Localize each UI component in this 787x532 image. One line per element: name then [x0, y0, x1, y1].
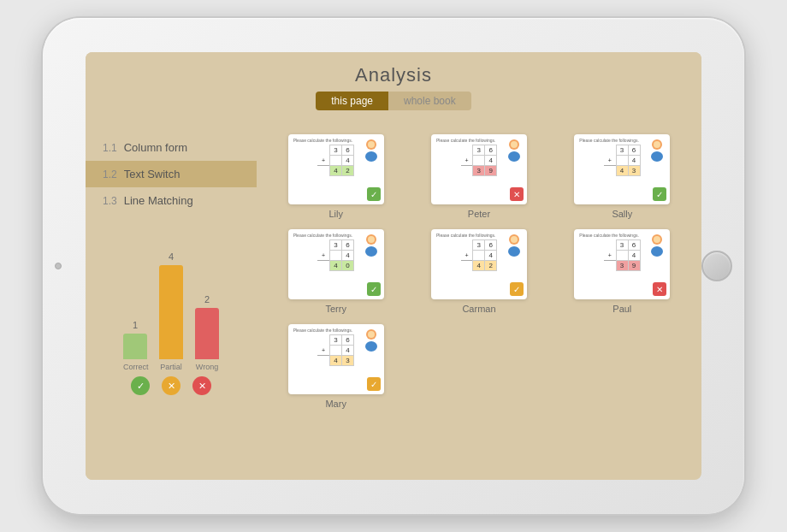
- sidebar-item-column-form[interactable]: 1.1 Column form: [86, 134, 257, 161]
- ws-badge: ✕: [510, 187, 524, 201]
- ws-result-cell: 3: [616, 261, 628, 271]
- ws-result-cell: 2: [341, 166, 353, 176]
- bar-wrong-value: 2: [204, 294, 210, 304]
- svg-point-13: [508, 246, 520, 257]
- ws-operator-result: [317, 356, 329, 366]
- filter-wrong-button[interactable]: ✕: [192, 376, 211, 395]
- svg-point-11: [368, 236, 375, 243]
- student-avatar: [505, 138, 524, 160]
- tab-whole-book[interactable]: whole book: [388, 92, 471, 110]
- bar-correct-rect: [123, 334, 147, 359]
- ws-cell: [329, 156, 341, 166]
- ws-cell: 4: [341, 346, 353, 356]
- ws-plus: +: [604, 156, 616, 166]
- ws-cell: 3: [616, 145, 628, 156]
- ws-cell: 3: [473, 240, 485, 251]
- tab-this-page[interactable]: this page: [316, 92, 388, 110]
- ws-cell: [616, 251, 628, 261]
- bar-correct-value: 1: [133, 320, 138, 330]
- ws-operator: [317, 145, 329, 156]
- ws-table: 3 6 + 4 4 3: [604, 145, 641, 176]
- ws-plus: +: [317, 346, 329, 356]
- student-name: Terry: [325, 304, 346, 314]
- student-name: Mary: [325, 399, 346, 409]
- student-card[interactable]: Please calculate the followings. 3 6 + 4: [556, 134, 689, 219]
- ws-plus: +: [604, 251, 616, 261]
- sidebar-label-1: Column form: [124, 141, 187, 154]
- ws-cell: 4: [628, 156, 640, 166]
- ws-table: 3 6 + 4 4 2: [317, 145, 354, 176]
- tab-bar: this page whole book: [86, 92, 701, 110]
- ws-operator-result: [461, 261, 473, 271]
- sidebar-num-2: 1.2: [103, 168, 117, 180]
- student-name: Sally: [612, 209, 632, 219]
- student-avatar: [648, 233, 666, 255]
- student-worksheet[interactable]: Please calculate the followings. 3 6 + 4: [574, 134, 670, 204]
- ws-result-cell: 3: [341, 356, 353, 366]
- ws-operator: [604, 145, 616, 156]
- student-card[interactable]: Please calculate the followings. 3 6 + 4: [412, 229, 545, 314]
- ws-plus: +: [317, 156, 329, 166]
- ws-badge: ✓: [653, 187, 666, 201]
- ws-result-cell: 4: [329, 166, 341, 176]
- ws-badge: ✓: [367, 187, 381, 201]
- student-card[interactable]: Please calculate the followings. 3 6 + 4: [556, 229, 689, 314]
- student-avatar: [362, 328, 381, 350]
- chart-area: 1 4 2 Correct Pa: [86, 239, 257, 438]
- ws-result-cell: 4: [473, 261, 485, 271]
- student-card[interactable]: Please calculate the followings. 3 6 + 4: [269, 324, 402, 409]
- student-avatar: [362, 138, 381, 160]
- bar-correct: 1: [123, 320, 147, 359]
- student-worksheet[interactable]: Please calculate the followings. 3 6 + 4: [288, 324, 384, 394]
- screen-body: 1.1 Column form 1.2 Text Switch 1.3 Line…: [86, 126, 701, 480]
- sidebar-label-2: Text Switch: [124, 168, 180, 180]
- sidebar-item-text-switch[interactable]: 1.2 Text Switch: [86, 161, 257, 187]
- ws-cell: 6: [628, 145, 640, 156]
- screen-header: Analysis this page whole book: [86, 52, 701, 126]
- student-worksheet[interactable]: Please calculate the followings. 3 6 + 4: [288, 134, 384, 204]
- student-card[interactable]: Please calculate the followings. 3 6 + 4: [412, 134, 545, 219]
- tablet: Analysis this page whole book 1.1 Column…: [43, 18, 744, 514]
- sidebar-item-line-matching[interactable]: 1.3 Line Matching: [86, 187, 257, 214]
- ws-table: 3 6 + 4 4 2: [461, 239, 498, 271]
- bar-partial: 4: [159, 251, 183, 359]
- student-card[interactable]: Please calculate the followings. 3 6 + 4: [269, 134, 402, 219]
- ws-cell: 3: [616, 240, 628, 251]
- filter-partial-button[interactable]: ✕: [162, 376, 180, 395]
- ws-cell: 3: [329, 145, 341, 156]
- ws-badge: ✓: [367, 282, 381, 296]
- student-worksheet[interactable]: Please calculate the followings. 3 6 + 4: [431, 229, 527, 299]
- student-worksheet[interactable]: Please calculate the followings. 3 6 + 4: [574, 229, 670, 299]
- student-name: Paul: [612, 304, 631, 314]
- tablet-side-button[interactable]: [55, 263, 62, 269]
- ws-operator: [317, 240, 329, 251]
- ws-table: 3 6 + 4 4 0: [317, 239, 354, 271]
- ws-table: 3 6 + 4 3 9: [604, 239, 641, 271]
- bar-label-correct: Correct: [123, 363, 147, 371]
- bar-partial-value: 4: [169, 251, 174, 262]
- svg-point-19: [365, 341, 377, 352]
- student-worksheet[interactable]: Please calculate the followings. 3 6 + 4: [431, 134, 527, 204]
- ws-result-cell: 3: [473, 166, 485, 176]
- ws-operator-result: [461, 166, 473, 176]
- student-avatar: [505, 233, 524, 255]
- ws-table: 3 6 + 4 3 9: [461, 145, 498, 176]
- student-worksheet[interactable]: Please calculate the followings. 3 6 + 4: [288, 229, 384, 299]
- bar-partial-rect: [159, 265, 183, 359]
- tablet-home-button[interactable]: [701, 251, 732, 281]
- screen: Analysis this page whole book 1.1 Column…: [86, 52, 701, 480]
- student-card[interactable]: Please calculate the followings. 3 6 + 4: [269, 229, 402, 314]
- ws-cell: [616, 156, 628, 166]
- bar-wrong: 2: [195, 294, 219, 359]
- student-name: Peter: [468, 209, 490, 219]
- filter-correct-button[interactable]: ✓: [131, 376, 150, 395]
- ws-result-cell: 4: [616, 166, 628, 176]
- page-title: Analysis: [86, 64, 701, 86]
- ws-result-cell: 0: [341, 261, 353, 271]
- ws-cell: [329, 251, 341, 261]
- ws-operator-result: [317, 261, 329, 271]
- ws-operator-result: [604, 261, 616, 271]
- ws-operator-result: [604, 166, 616, 176]
- student-name: Carman: [462, 304, 495, 314]
- ws-badge: ✕: [653, 282, 666, 296]
